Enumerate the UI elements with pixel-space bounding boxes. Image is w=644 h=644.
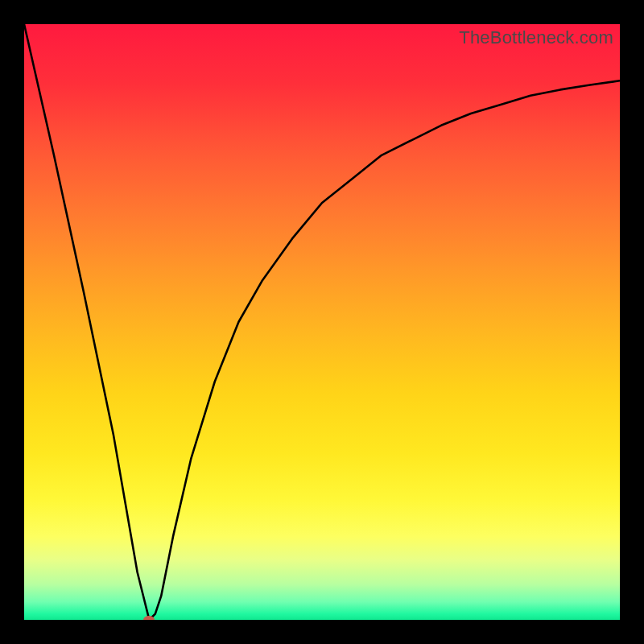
bottleneck-curve xyxy=(24,24,620,620)
plot-area: TheBottleneck.com xyxy=(24,24,620,620)
watermark-text: TheBottleneck.com xyxy=(459,27,613,48)
optimal-point-marker xyxy=(143,616,155,620)
